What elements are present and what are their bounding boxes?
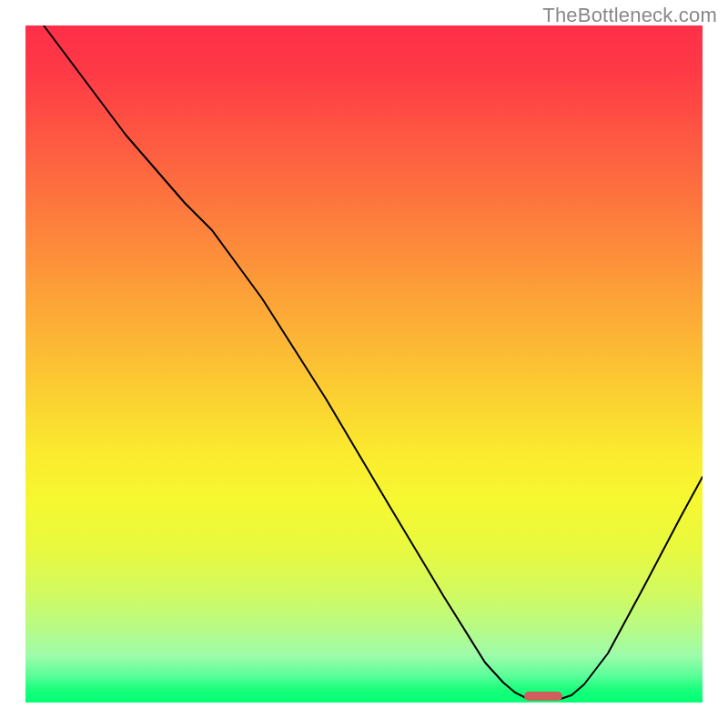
bottleneck-curve — [25, 25, 703, 703]
bottleneck-curve-path — [44, 25, 703, 699]
watermark-text: TheBottleneck.com — [542, 4, 717, 27]
plot-area — [25, 25, 703, 703]
optimum-marker — [524, 692, 562, 701]
